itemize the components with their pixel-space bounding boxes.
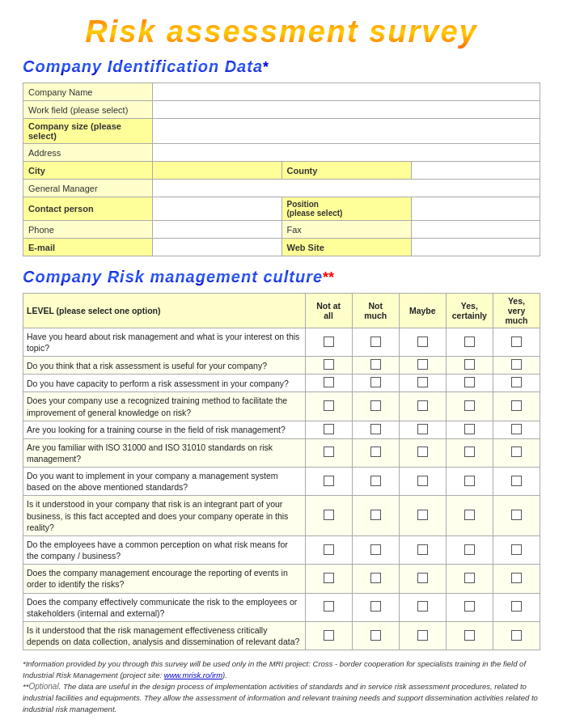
website-value[interactable] bbox=[411, 239, 540, 256]
checkbox-cell-4-3[interactable] bbox=[446, 421, 493, 438]
checkbox-9-0[interactable] bbox=[324, 573, 334, 583]
checkbox-cell-9-4[interactable] bbox=[493, 565, 540, 593]
checkbox-cell-1-1[interactable] bbox=[352, 357, 399, 375]
checkbox-cell-5-0[interactable] bbox=[305, 438, 352, 467]
checkbox-9-3[interactable] bbox=[464, 573, 475, 583]
checkbox-10-2[interactable] bbox=[417, 601, 428, 612]
checkbox-5-1[interactable] bbox=[370, 447, 381, 457]
checkbox-cell-0-4[interactable] bbox=[493, 328, 540, 357]
checkbox-cell-4-4[interactable] bbox=[493, 421, 540, 438]
checkbox-cell-3-4[interactable] bbox=[493, 392, 540, 421]
checkbox-cell-1-3[interactable] bbox=[446, 357, 493, 375]
checkbox-cell-9-3[interactable] bbox=[446, 565, 493, 593]
checkbox-cell-2-3[interactable] bbox=[446, 375, 493, 392]
checkbox-cell-11-3[interactable] bbox=[446, 621, 493, 650]
checkbox-2-2[interactable] bbox=[417, 377, 428, 387]
checkbox-6-1[interactable] bbox=[370, 476, 381, 486]
position-value[interactable] bbox=[411, 197, 540, 221]
city-value[interactable] bbox=[153, 162, 282, 180]
checkbox-cell-3-0[interactable] bbox=[305, 392, 352, 421]
checkbox-11-3[interactable] bbox=[464, 630, 475, 641]
checkbox-3-3[interactable] bbox=[464, 400, 475, 411]
checkbox-cell-9-1[interactable] bbox=[352, 565, 399, 593]
checkbox-cell-7-4[interactable] bbox=[493, 496, 540, 536]
checkbox-3-4[interactable] bbox=[511, 400, 522, 411]
checkbox-cell-0-0[interactable] bbox=[305, 328, 352, 357]
checkbox-cell-1-4[interactable] bbox=[493, 357, 540, 375]
checkbox-6-4[interactable] bbox=[511, 476, 522, 486]
contact-person-value[interactable] bbox=[153, 197, 282, 221]
checkbox-5-0[interactable] bbox=[324, 447, 334, 457]
checkbox-cell-5-4[interactable] bbox=[493, 438, 540, 467]
checkbox-4-3[interactable] bbox=[464, 424, 475, 434]
fax-value[interactable] bbox=[411, 221, 540, 239]
checkbox-0-0[interactable] bbox=[324, 336, 334, 347]
checkbox-0-2[interactable] bbox=[417, 336, 428, 347]
checkbox-7-1[interactable] bbox=[370, 510, 381, 520]
work-field-value[interactable] bbox=[153, 101, 540, 119]
checkbox-cell-2-0[interactable] bbox=[305, 375, 352, 392]
footnote1-link[interactable]: www.mrisk.ro/irm bbox=[164, 671, 222, 679]
checkbox-4-2[interactable] bbox=[417, 424, 428, 434]
checkbox-cell-2-2[interactable] bbox=[399, 375, 446, 392]
checkbox-8-3[interactable] bbox=[464, 544, 475, 555]
checkbox-cell-11-1[interactable] bbox=[352, 621, 399, 650]
checkbox-5-2[interactable] bbox=[417, 447, 428, 457]
checkbox-6-0[interactable] bbox=[324, 476, 334, 486]
checkbox-7-3[interactable] bbox=[464, 510, 475, 520]
checkbox-7-4[interactable] bbox=[511, 510, 522, 520]
checkbox-3-1[interactable] bbox=[370, 400, 381, 411]
checkbox-cell-11-0[interactable] bbox=[305, 621, 352, 650]
checkbox-cell-8-1[interactable] bbox=[352, 535, 399, 564]
checkbox-cell-5-3[interactable] bbox=[446, 438, 493, 467]
checkbox-0-4[interactable] bbox=[511, 336, 522, 347]
checkbox-7-0[interactable] bbox=[324, 510, 334, 520]
checkbox-6-2[interactable] bbox=[417, 476, 428, 486]
checkbox-5-3[interactable] bbox=[464, 447, 475, 457]
checkbox-1-0[interactable] bbox=[324, 359, 334, 370]
checkbox-2-4[interactable] bbox=[511, 377, 522, 387]
checkbox-3-0[interactable] bbox=[324, 400, 334, 411]
address-value[interactable] bbox=[153, 144, 540, 162]
checkbox-2-0[interactable] bbox=[324, 377, 334, 387]
checkbox-cell-4-1[interactable] bbox=[352, 421, 399, 438]
checkbox-1-3[interactable] bbox=[464, 359, 475, 370]
checkbox-1-4[interactable] bbox=[511, 359, 522, 370]
checkbox-cell-8-0[interactable] bbox=[305, 535, 352, 564]
checkbox-cell-2-4[interactable] bbox=[493, 375, 540, 392]
checkbox-0-3[interactable] bbox=[464, 336, 475, 347]
checkbox-cell-5-2[interactable] bbox=[399, 438, 446, 467]
checkbox-cell-7-1[interactable] bbox=[352, 496, 399, 536]
checkbox-1-2[interactable] bbox=[417, 359, 428, 370]
checkbox-cell-6-3[interactable] bbox=[446, 468, 493, 496]
checkbox-11-0[interactable] bbox=[324, 630, 334, 641]
checkbox-cell-6-4[interactable] bbox=[493, 468, 540, 496]
checkbox-cell-10-1[interactable] bbox=[352, 593, 399, 621]
checkbox-5-4[interactable] bbox=[511, 447, 522, 457]
checkbox-8-0[interactable] bbox=[324, 544, 334, 555]
checkbox-1-1[interactable] bbox=[370, 359, 381, 370]
checkbox-cell-10-3[interactable] bbox=[446, 593, 493, 621]
email-value[interactable] bbox=[153, 239, 282, 256]
checkbox-cell-9-0[interactable] bbox=[305, 565, 352, 593]
checkbox-cell-8-4[interactable] bbox=[493, 535, 540, 564]
checkbox-10-4[interactable] bbox=[511, 601, 522, 612]
checkbox-cell-6-0[interactable] bbox=[305, 468, 352, 496]
checkbox-cell-8-2[interactable] bbox=[399, 535, 446, 564]
checkbox-11-2[interactable] bbox=[417, 630, 428, 641]
checkbox-4-4[interactable] bbox=[511, 424, 522, 434]
checkbox-cell-7-0[interactable] bbox=[305, 496, 352, 536]
general-manager-value[interactable] bbox=[153, 180, 540, 197]
checkbox-6-3[interactable] bbox=[464, 476, 475, 486]
checkbox-3-2[interactable] bbox=[417, 400, 428, 411]
checkbox-2-1[interactable] bbox=[370, 377, 381, 387]
checkbox-cell-4-2[interactable] bbox=[399, 421, 446, 438]
checkbox-cell-1-2[interactable] bbox=[399, 357, 446, 375]
checkbox-4-1[interactable] bbox=[370, 424, 381, 434]
checkbox-10-0[interactable] bbox=[324, 601, 334, 612]
checkbox-cell-2-1[interactable] bbox=[352, 375, 399, 392]
checkbox-8-2[interactable] bbox=[417, 544, 428, 555]
checkbox-cell-10-0[interactable] bbox=[305, 593, 352, 621]
company-size-value[interactable] bbox=[153, 119, 540, 144]
checkbox-7-2[interactable] bbox=[417, 510, 428, 520]
